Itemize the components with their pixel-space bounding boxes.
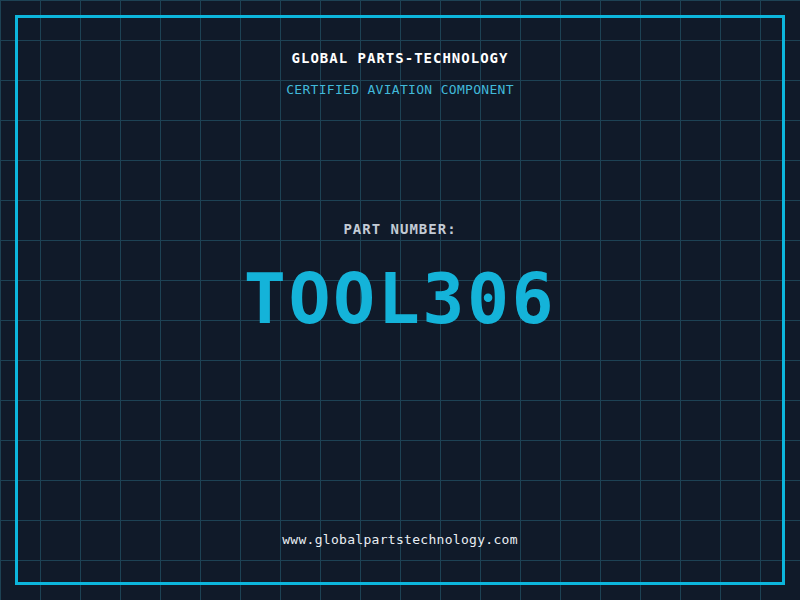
- part-number-label: PART NUMBER:: [0, 221, 800, 237]
- brand-title: GLOBAL PARTS-TECHNOLOGY: [0, 50, 800, 66]
- footer-website-url: www.globalpartstechnology.com: [0, 532, 800, 547]
- part-number-value: TOOL306: [0, 258, 800, 340]
- brand-subtitle: CERTIFIED AVIATION COMPONENT: [0, 82, 800, 97]
